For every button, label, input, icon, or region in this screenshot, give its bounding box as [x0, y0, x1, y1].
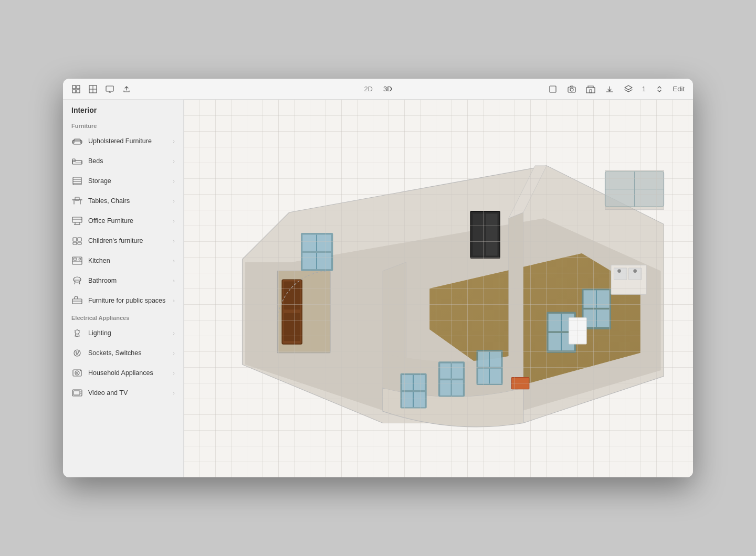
- svg-point-61: [75, 371, 79, 375]
- svg-rect-65: [74, 391, 80, 395]
- svg-rect-13: [586, 88, 595, 93]
- svg-rect-111: [473, 213, 485, 255]
- chevron-right-icon: ›: [173, 138, 175, 144]
- sidebar-item-public[interactable]: Furniture for public spaces ›: [63, 291, 183, 311]
- grid-icon[interactable]: [71, 84, 81, 94]
- bed-icon: [71, 155, 83, 167]
- sidebar-item-upholstered[interactable]: Upholstered Furniture ›: [63, 131, 183, 151]
- chevron-right-icon: ›: [173, 198, 175, 204]
- svg-rect-37: [73, 238, 77, 241]
- sidebar-item-beds[interactable]: Beds ›: [63, 151, 183, 171]
- sidebar-item-lighting[interactable]: Lighting ›: [63, 323, 183, 343]
- beds-label: Beds: [88, 157, 167, 165]
- lighting-label: Lighting: [88, 329, 167, 337]
- sidebar-item-storage[interactable]: Storage ›: [63, 171, 183, 191]
- sidebar-item-bathroom[interactable]: Bathroom ›: [63, 271, 183, 291]
- svg-point-117: [633, 269, 637, 273]
- videotv-label: Video and TV: [88, 389, 167, 397]
- svg-rect-40: [78, 242, 81, 244]
- appliances-label: Household Appliances: [88, 369, 167, 377]
- view-3d-button[interactable]: 3D: [380, 84, 395, 94]
- grid4-icon[interactable]: [88, 84, 98, 94]
- upload-icon[interactable]: [122, 84, 131, 94]
- childrens-label: Children's furniture: [88, 237, 167, 244]
- public-icon: [71, 295, 83, 306]
- content-area: Interior Furniture Upholstered Furniture…: [63, 100, 693, 477]
- chevron-right-icon: ›: [173, 258, 175, 264]
- svg-line-54: [75, 330, 75, 331]
- svg-rect-2: [72, 90, 76, 93]
- svg-line-55: [79, 330, 80, 331]
- main-3d-view[interactable]: [184, 100, 693, 477]
- app-window: 2D 3D: [63, 79, 693, 477]
- sidebar-item-appliances[interactable]: Household Appliances ›: [63, 363, 183, 383]
- toolbar-view-toggle: 2D 3D: [361, 84, 395, 94]
- svg-rect-10: [550, 86, 556, 92]
- table-icon: [71, 195, 83, 207]
- svg-point-62: [77, 372, 78, 374]
- tables-chairs-label: Tables, Chairs: [88, 197, 167, 205]
- bathroom-icon: [71, 275, 83, 286]
- monitor-icon[interactable]: [105, 84, 114, 94]
- lighting-icon: [71, 327, 83, 339]
- office-label: Office Furniture: [88, 217, 167, 224]
- public-label: Furniture for public spaces: [88, 297, 167, 304]
- office-icon: [71, 215, 83, 227]
- svg-rect-23: [76, 161, 82, 163]
- sidebar-item-sockets[interactable]: Sockets, Switches ›: [63, 343, 183, 363]
- svg-point-59: [77, 354, 78, 355]
- svg-point-12: [570, 88, 573, 91]
- sidebar-item-tables-chairs[interactable]: Tables, Chairs ›: [63, 191, 183, 211]
- sidebar-item-office[interactable]: Office Furniture ›: [63, 211, 183, 231]
- chevron-right-icon: ›: [173, 238, 175, 244]
- storage-icon: [71, 175, 83, 187]
- sidebar-item-childrens[interactable]: Children's furniture ›: [63, 231, 183, 251]
- kitchen-label: Kitchen: [88, 257, 167, 264]
- toolbar-right: 1 Edit: [548, 84, 685, 94]
- toolbar: 2D 3D: [63, 79, 693, 100]
- svg-rect-124: [511, 377, 529, 389]
- kitchen-icon: [71, 255, 83, 266]
- sidebar-item-kitchen[interactable]: Kitchen ›: [63, 251, 183, 271]
- svg-rect-32: [72, 217, 82, 222]
- chevron-right-icon: ›: [173, 370, 175, 376]
- building-icon[interactable]: [585, 84, 596, 94]
- svg-rect-38: [78, 238, 81, 241]
- view-2d-button[interactable]: 2D: [361, 84, 376, 94]
- svg-rect-7: [106, 86, 113, 91]
- sofa-icon: [71, 135, 83, 147]
- chevron-updown-icon[interactable]: [654, 84, 665, 94]
- chevron-right-icon: ›: [173, 178, 175, 184]
- svg-rect-43: [74, 258, 77, 260]
- upholstered-label: Upholstered Furniture: [88, 137, 167, 145]
- svg-point-67: [80, 393, 81, 394]
- svg-line-48: [79, 282, 80, 284]
- svg-marker-121: [605, 170, 664, 210]
- chevron-right-icon: ›: [173, 350, 175, 356]
- svg-rect-3: [77, 90, 80, 93]
- sidebar-item-videotv[interactable]: Video and TV ›: [63, 383, 183, 403]
- chevron-right-icon: ›: [173, 218, 175, 224]
- sockets-icon: [71, 347, 83, 359]
- chevron-right-icon: ›: [173, 277, 175, 284]
- svg-rect-109: [284, 313, 300, 341]
- childrens-icon: [71, 235, 83, 247]
- svg-point-44: [79, 258, 81, 260]
- section-furniture-header: Furniture: [63, 119, 183, 131]
- svg-rect-0: [72, 85, 76, 89]
- svg-rect-45: [74, 277, 81, 282]
- layer-count: 1: [642, 85, 646, 93]
- svg-rect-112: [486, 213, 497, 255]
- videotv-icon: [71, 387, 83, 399]
- fullscreen-icon[interactable]: [548, 84, 558, 94]
- svg-point-66: [80, 391, 81, 392]
- layers-icon[interactable]: [623, 84, 634, 94]
- svg-rect-39: [73, 242, 77, 244]
- edit-button[interactable]: Edit: [673, 85, 685, 93]
- import-icon[interactable]: [604, 84, 615, 94]
- chevron-right-icon: ›: [173, 330, 175, 336]
- svg-point-51: [75, 330, 79, 334]
- svg-point-116: [617, 269, 621, 273]
- svg-rect-14: [590, 90, 592, 93]
- camera-icon[interactable]: [566, 84, 577, 94]
